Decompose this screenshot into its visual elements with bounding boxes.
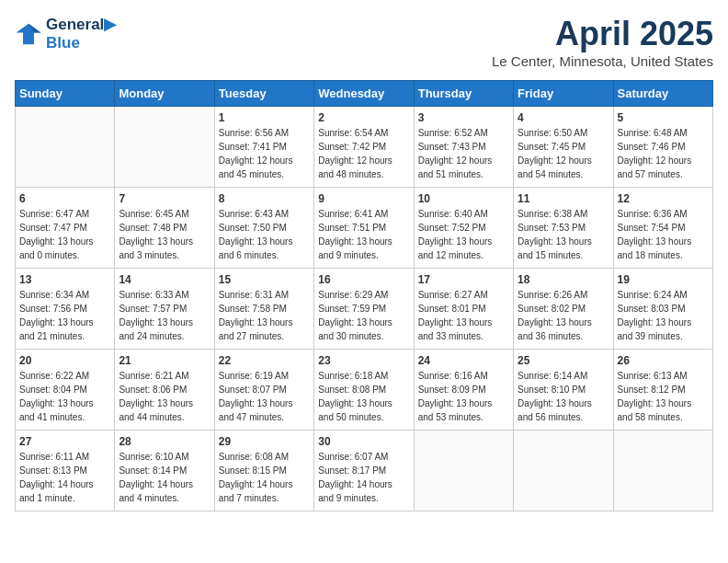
day-number: 30 xyxy=(318,435,409,448)
day-detail: Sunrise: 6:21 AM Sunset: 8:06 PM Dayligh… xyxy=(119,369,210,424)
day-number: 5 xyxy=(618,111,709,124)
subtitle: Le Center, Minnesota, United States xyxy=(492,53,713,69)
day-number: 6 xyxy=(19,192,110,205)
calendar-cell: 25Sunrise: 6:14 AM Sunset: 8:10 PM Dayli… xyxy=(514,350,613,431)
day-detail: Sunrise: 6:34 AM Sunset: 7:56 PM Dayligh… xyxy=(19,288,110,343)
day-detail: Sunrise: 6:47 AM Sunset: 7:47 PM Dayligh… xyxy=(19,207,110,262)
day-detail: Sunrise: 6:22 AM Sunset: 8:04 PM Dayligh… xyxy=(19,369,110,424)
calendar-cell: 3Sunrise: 6:52 AM Sunset: 7:43 PM Daylig… xyxy=(414,107,513,188)
day-detail: Sunrise: 6:27 AM Sunset: 8:01 PM Dayligh… xyxy=(418,288,509,343)
calendar-cell: 21Sunrise: 6:21 AM Sunset: 8:06 PM Dayli… xyxy=(115,350,214,431)
day-detail: Sunrise: 6:11 AM Sunset: 8:13 PM Dayligh… xyxy=(19,450,110,505)
day-detail: Sunrise: 6:38 AM Sunset: 7:53 PM Dayligh… xyxy=(518,207,609,262)
day-detail: Sunrise: 6:33 AM Sunset: 7:57 PM Dayligh… xyxy=(119,288,210,343)
logo: General▶ Blue xyxy=(15,15,116,52)
day-detail: Sunrise: 6:56 AM Sunset: 7:41 PM Dayligh… xyxy=(219,126,310,181)
day-detail: Sunrise: 6:19 AM Sunset: 8:07 PM Dayligh… xyxy=(219,369,310,424)
calendar-week-row: 13Sunrise: 6:34 AM Sunset: 7:56 PM Dayli… xyxy=(16,269,713,350)
day-detail: Sunrise: 6:14 AM Sunset: 8:10 PM Dayligh… xyxy=(518,369,609,424)
day-number: 29 xyxy=(219,435,310,448)
day-detail: Sunrise: 6:45 AM Sunset: 7:48 PM Dayligh… xyxy=(119,207,210,262)
day-number: 23 xyxy=(318,354,409,367)
day-detail: Sunrise: 6:50 AM Sunset: 7:45 PM Dayligh… xyxy=(518,126,609,181)
day-number: 19 xyxy=(618,273,709,286)
calendar-cell: 13Sunrise: 6:34 AM Sunset: 7:56 PM Dayli… xyxy=(16,269,115,350)
calendar-week-row: 20Sunrise: 6:22 AM Sunset: 8:04 PM Dayli… xyxy=(16,350,713,431)
calendar-cell: 14Sunrise: 6:33 AM Sunset: 7:57 PM Dayli… xyxy=(115,269,214,350)
logo-text: General▶ Blue xyxy=(46,15,116,52)
calendar-cell: 11Sunrise: 6:38 AM Sunset: 7:53 PM Dayli… xyxy=(514,188,613,269)
day-number: 10 xyxy=(418,192,509,205)
title-block: April 2025 Le Center, Minnesota, United … xyxy=(492,15,713,69)
day-detail: Sunrise: 6:31 AM Sunset: 7:58 PM Dayligh… xyxy=(219,288,310,343)
day-number: 20 xyxy=(19,354,110,367)
day-detail: Sunrise: 6:13 AM Sunset: 8:12 PM Dayligh… xyxy=(618,369,709,424)
day-number: 12 xyxy=(618,192,709,205)
day-detail: Sunrise: 6:10 AM Sunset: 8:14 PM Dayligh… xyxy=(119,450,210,505)
day-of-week-header: Wednesday xyxy=(314,81,414,107)
calendar-cell xyxy=(115,107,214,188)
calendar-cell: 7Sunrise: 6:45 AM Sunset: 7:48 PM Daylig… xyxy=(115,188,214,269)
day-number: 9 xyxy=(318,192,409,205)
calendar-cell: 12Sunrise: 6:36 AM Sunset: 7:54 PM Dayli… xyxy=(613,188,712,269)
day-number: 27 xyxy=(19,435,110,448)
day-detail: Sunrise: 6:54 AM Sunset: 7:42 PM Dayligh… xyxy=(318,126,409,181)
day-of-week-header: Saturday xyxy=(613,81,712,107)
day-number: 2 xyxy=(318,111,409,124)
calendar-cell: 4Sunrise: 6:50 AM Sunset: 7:45 PM Daylig… xyxy=(514,107,613,188)
day-detail: Sunrise: 6:48 AM Sunset: 7:46 PM Dayligh… xyxy=(618,126,709,181)
day-number: 3 xyxy=(418,111,509,124)
calendar-cell: 30Sunrise: 6:07 AM Sunset: 8:17 PM Dayli… xyxy=(314,431,414,511)
calendar-cell: 15Sunrise: 6:31 AM Sunset: 7:58 PM Dayli… xyxy=(214,269,313,350)
day-number: 28 xyxy=(119,435,210,448)
calendar-cell: 16Sunrise: 6:29 AM Sunset: 7:59 PM Dayli… xyxy=(314,269,414,350)
calendar-cell xyxy=(16,107,115,188)
day-detail: Sunrise: 6:41 AM Sunset: 7:51 PM Dayligh… xyxy=(318,207,409,262)
logo-icon xyxy=(15,20,42,48)
calendar-cell: 28Sunrise: 6:10 AM Sunset: 8:14 PM Dayli… xyxy=(115,431,214,511)
day-detail: Sunrise: 6:43 AM Sunset: 7:50 PM Dayligh… xyxy=(219,207,310,262)
calendar-cell: 6Sunrise: 6:47 AM Sunset: 7:47 PM Daylig… xyxy=(16,188,115,269)
calendar-cell: 27Sunrise: 6:11 AM Sunset: 8:13 PM Dayli… xyxy=(16,431,115,511)
calendar-cell: 24Sunrise: 6:16 AM Sunset: 8:09 PM Dayli… xyxy=(414,350,513,431)
svg-marker-0 xyxy=(17,23,41,44)
day-of-week-header: Friday xyxy=(514,81,613,107)
day-number: 15 xyxy=(219,273,310,286)
day-detail: Sunrise: 6:16 AM Sunset: 8:09 PM Dayligh… xyxy=(418,369,509,424)
calendar-cell xyxy=(414,431,513,511)
day-number: 24 xyxy=(418,354,509,367)
calendar-week-row: 27Sunrise: 6:11 AM Sunset: 8:13 PM Dayli… xyxy=(16,431,713,511)
day-number: 21 xyxy=(119,354,210,367)
calendar-cell: 5Sunrise: 6:48 AM Sunset: 7:46 PM Daylig… xyxy=(613,107,712,188)
calendar-cell: 9Sunrise: 6:41 AM Sunset: 7:51 PM Daylig… xyxy=(314,188,414,269)
day-detail: Sunrise: 6:52 AM Sunset: 7:43 PM Dayligh… xyxy=(418,126,509,181)
day-number: 26 xyxy=(618,354,709,367)
calendar-table: SundayMondayTuesdayWednesdayThursdayFrid… xyxy=(15,80,713,511)
day-number: 16 xyxy=(318,273,409,286)
page-header: General▶ Blue April 2025 Le Center, Minn… xyxy=(15,15,713,69)
calendar-cell: 22Sunrise: 6:19 AM Sunset: 8:07 PM Dayli… xyxy=(214,350,313,431)
calendar-cell: 2Sunrise: 6:54 AM Sunset: 7:42 PM Daylig… xyxy=(314,107,414,188)
calendar-cell: 8Sunrise: 6:43 AM Sunset: 7:50 PM Daylig… xyxy=(214,188,313,269)
day-of-week-header: Tuesday xyxy=(214,81,313,107)
day-number: 4 xyxy=(518,111,609,124)
day-number: 14 xyxy=(119,273,210,286)
day-detail: Sunrise: 6:24 AM Sunset: 8:03 PM Dayligh… xyxy=(618,288,709,343)
day-detail: Sunrise: 6:36 AM Sunset: 7:54 PM Dayligh… xyxy=(618,207,709,262)
calendar-week-row: 6Sunrise: 6:47 AM Sunset: 7:47 PM Daylig… xyxy=(16,188,713,269)
day-number: 1 xyxy=(219,111,310,124)
day-of-week-header: Thursday xyxy=(414,81,513,107)
day-number: 11 xyxy=(518,192,609,205)
calendar-cell: 18Sunrise: 6:26 AM Sunset: 8:02 PM Dayli… xyxy=(514,269,613,350)
day-number: 13 xyxy=(19,273,110,286)
calendar-cell: 10Sunrise: 6:40 AM Sunset: 7:52 PM Dayli… xyxy=(414,188,513,269)
day-detail: Sunrise: 6:07 AM Sunset: 8:17 PM Dayligh… xyxy=(318,450,409,505)
main-title: April 2025 xyxy=(492,15,713,53)
day-number: 25 xyxy=(518,354,609,367)
day-detail: Sunrise: 6:08 AM Sunset: 8:15 PM Dayligh… xyxy=(219,450,310,505)
calendar-cell: 29Sunrise: 6:08 AM Sunset: 8:15 PM Dayli… xyxy=(214,431,313,511)
calendar-week-row: 1Sunrise: 6:56 AM Sunset: 7:41 PM Daylig… xyxy=(16,107,713,188)
day-detail: Sunrise: 6:26 AM Sunset: 8:02 PM Dayligh… xyxy=(518,288,609,343)
calendar-cell: 26Sunrise: 6:13 AM Sunset: 8:12 PM Dayli… xyxy=(613,350,712,431)
day-detail: Sunrise: 6:18 AM Sunset: 8:08 PM Dayligh… xyxy=(318,369,409,424)
